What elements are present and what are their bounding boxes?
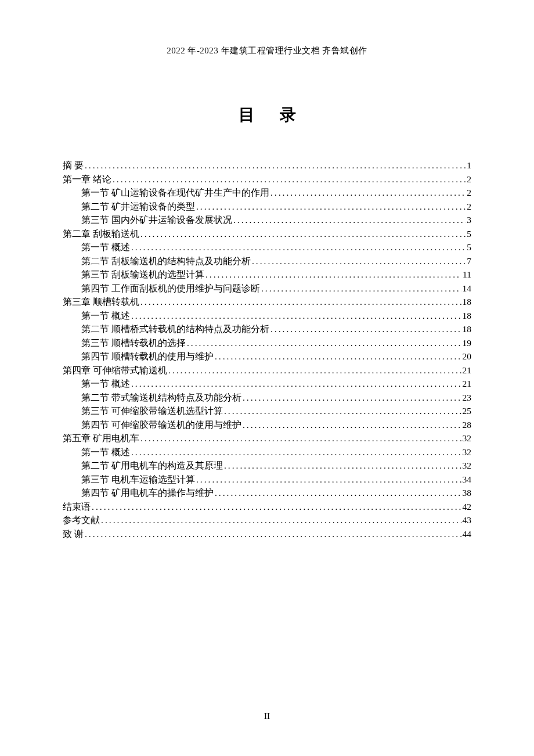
toc-leader <box>215 350 461 363</box>
toc-entry-page: 14 <box>463 282 472 296</box>
toc-entry-page: 5 <box>467 240 471 254</box>
toc-entry-label: 第一节 概述 <box>81 445 130 459</box>
toc-entry: 第一节 概述32 <box>63 445 471 459</box>
toc-entry: 第四节 矿用电机车的操作与维护38 <box>63 486 471 500</box>
toc-entry: 第一节 概述21 <box>63 377 471 391</box>
toc-entry-page: 18 <box>463 322 472 336</box>
toc-entry-page: 38 <box>463 486 472 500</box>
toc-entry-page: 28 <box>463 418 472 432</box>
toc-entry-page: 43 <box>463 513 472 527</box>
toc-leader <box>140 227 466 241</box>
toc-leader <box>85 159 466 172</box>
toc-entry-page: 2 <box>467 172 471 186</box>
toc-entry-label: 第三章 顺槽转载机 <box>63 295 139 309</box>
toc-entry-page: 32 <box>463 445 472 459</box>
toc-entry-page: 11 <box>463 268 471 282</box>
toc-entry-label: 第一节 概述 <box>81 240 130 254</box>
toc-entry-label: 第二节 矿井运输设备的类型 <box>81 200 195 214</box>
toc-entry: 第三章 顺槽转载机18 <box>63 295 471 309</box>
toc-entry-page: 34 <box>463 473 472 487</box>
toc-entry-label: 第三节 刮板输送机的选型计算 <box>81 268 204 282</box>
toc-entry-page: 2 <box>467 200 471 214</box>
toc-leader <box>252 254 466 268</box>
toc-entry: 第四节 顺槽转载机的使用与维护20 <box>63 350 471 363</box>
toc-leader <box>101 513 461 527</box>
toc-entry: 参考文献43 <box>63 513 471 527</box>
toc-leader <box>92 500 461 514</box>
toc-entry: 第二节 带式输送机结构特点及功能分析23 <box>63 391 471 405</box>
toc-entry-page: 5 <box>467 227 471 241</box>
toc-entry-label: 摘 要 <box>63 159 84 172</box>
toc-entry-label: 结束语 <box>63 500 91 514</box>
toc-entry-label: 第三节 可伸缩胶带输送机选型计算 <box>81 404 223 418</box>
toc-entry-page: 20 <box>463 350 472 363</box>
page-header: 2022 年-2023 年建筑工程管理行业文档 齐鲁斌创作 <box>0 0 534 56</box>
toc-entry: 第二章 刮板输送机5 <box>63 227 471 241</box>
toc-entry-label: 第三节 顺槽转载机的选择 <box>81 336 186 350</box>
toc-entry-page: 21 <box>463 377 472 391</box>
toc-entry-label: 第四节 可伸缩胶带输送机的使用与维护 <box>81 418 241 432</box>
toc-leader <box>168 363 461 377</box>
toc-entry: 第一章 绪论2 <box>63 172 471 186</box>
toc-leader <box>270 186 466 200</box>
toc-entry: 第三节 顺槽转载机的选择19 <box>63 336 471 350</box>
toc-leader <box>140 295 461 309</box>
toc-entry: 致 谢44 <box>63 527 471 541</box>
toc-entry-label: 第四节 矿用电机车的操作与维护 <box>81 486 214 500</box>
toc-leader <box>224 459 461 473</box>
toc-entry-label: 第二节 矿用电机车的构造及其原理 <box>81 459 223 473</box>
toc-leader <box>187 336 461 350</box>
toc-entry-label: 第三节 国内外矿井运输设备发展状况 <box>81 213 232 227</box>
toc-entry-label: 第四章 可伸缩带式输送机 <box>63 363 167 377</box>
toc-entry: 第三节 可伸缩胶带输送机选型计算25 <box>63 404 471 418</box>
toc-leader <box>131 309 461 323</box>
toc-entry: 第二节 矿用电机车的构造及其原理32 <box>63 459 471 473</box>
toc-entry-page: 21 <box>463 363 472 377</box>
toc-entry: 第四章 可伸缩带式输送机21 <box>63 363 471 377</box>
toc-entry-page: 42 <box>463 500 472 514</box>
toc-entry-page: 44 <box>463 527 472 541</box>
table-of-contents: 摘 要1第一章 绪论2第一节 矿山运输设备在现代矿井生产中的作用2第二节 矿井运… <box>63 159 471 541</box>
toc-entry: 结束语42 <box>63 500 471 514</box>
toc-entry: 第二节 顺槽桥式转载机的结构特点及功能分析18 <box>63 322 471 336</box>
toc-entry-label: 第二章 刮板输送机 <box>63 227 139 241</box>
toc-entry: 摘 要1 <box>63 159 471 172</box>
toc-entry: 第一节 概述18 <box>63 309 471 323</box>
toc-entry-page: 3 <box>467 213 471 227</box>
toc-entry-label: 第三节 电机车运输选型计算 <box>81 473 195 487</box>
toc-leader <box>215 486 461 500</box>
page-number: II <box>0 711 534 721</box>
toc-entry-page: 18 <box>463 295 472 309</box>
toc-entry-label: 参考文献 <box>63 513 100 527</box>
toc-entry-page: 32 <box>463 459 472 473</box>
toc-leader <box>243 418 461 432</box>
toc-entry-label: 第二节 刮板输送机的结构特点及功能分析 <box>81 254 251 268</box>
toc-leader <box>261 282 461 296</box>
toc-leader <box>243 391 461 405</box>
toc-entry: 第五章 矿用电机车32 <box>63 431 471 445</box>
toc-entry-label: 第二节 带式输送机结构特点及功能分析 <box>81 391 241 405</box>
toc-entry-label: 第四节 顺槽转载机的使用与维护 <box>81 350 214 363</box>
toc-entry-page: 7 <box>467 254 471 268</box>
toc-entry-page: 1 <box>467 159 471 172</box>
toc-leader <box>131 240 466 254</box>
toc-leader <box>131 377 461 391</box>
toc-leader <box>196 473 461 487</box>
toc-entry-label: 第二节 顺槽桥式转载机的结构特点及功能分析 <box>81 322 269 336</box>
toc-leader <box>224 404 461 418</box>
toc-entry-label: 第一节 矿山运输设备在现代矿井生产中的作用 <box>81 186 269 200</box>
toc-entry-label: 致 谢 <box>63 527 84 541</box>
toc-leader <box>140 431 461 445</box>
toc-entry: 第四节 工作面刮板机的使用维护与问题诊断14 <box>63 282 471 296</box>
toc-entry: 第二节 矿井运输设备的类型2 <box>63 200 471 214</box>
toc-entry: 第三节 电机车运输选型计算34 <box>63 473 471 487</box>
toc-entry-page: 32 <box>463 431 472 445</box>
toc-leader <box>131 445 461 459</box>
toc-entry-page: 19 <box>463 336 472 350</box>
toc-entry-label: 第五章 矿用电机车 <box>63 431 139 445</box>
toc-entry-label: 第一章 绪论 <box>63 172 111 186</box>
toc-leader <box>113 172 466 186</box>
document-title: 目 录 <box>0 104 534 126</box>
toc-entry-page: 25 <box>463 404 472 418</box>
toc-entry-label: 第一节 概述 <box>81 309 130 323</box>
